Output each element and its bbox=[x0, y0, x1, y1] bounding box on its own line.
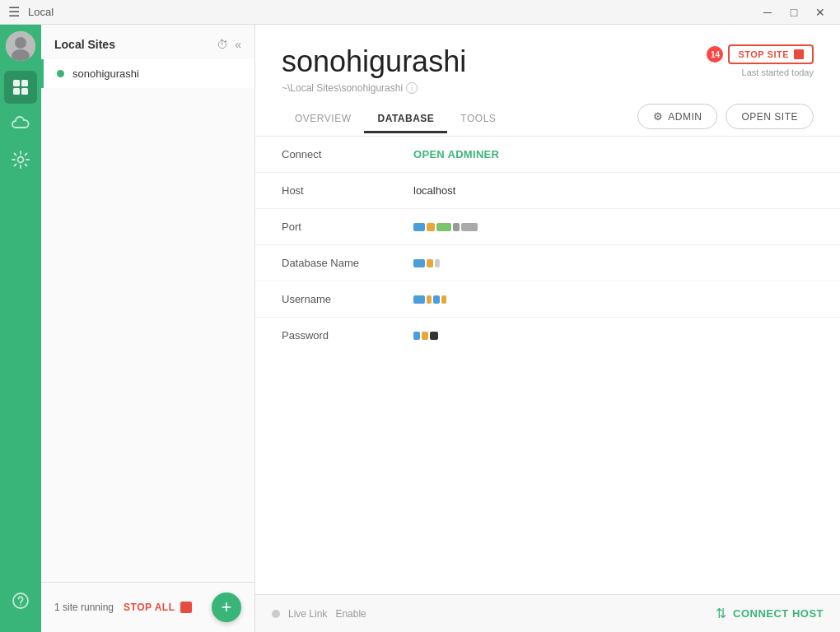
open-site-button[interactable]: OPEN SITE bbox=[726, 104, 814, 129]
tab-overview[interactable]: OVERVIEW bbox=[282, 106, 364, 133]
maximize-button[interactable]: □ bbox=[782, 3, 805, 21]
last-started-text: Last started today bbox=[742, 67, 814, 77]
collapse-icon[interactable]: « bbox=[235, 38, 241, 51]
tab-database[interactable]: DATABASE bbox=[364, 106, 447, 133]
sidebar-item-sites[interactable] bbox=[4, 71, 37, 104]
history-icon[interactable]: ⏱ bbox=[217, 38, 228, 51]
site-title: sonohigurashi bbox=[282, 44, 466, 79]
add-site-button[interactable]: + bbox=[212, 592, 241, 622]
enable-button[interactable]: Enable bbox=[335, 608, 366, 620]
stop-site-button[interactable]: STOP SITE bbox=[728, 44, 814, 64]
db-row-password: Password bbox=[255, 318, 840, 353]
db-value-password bbox=[413, 332, 438, 340]
sidebar-item-cloud[interactable] bbox=[4, 107, 37, 140]
tab-tools[interactable]: TOOLS bbox=[447, 106, 509, 133]
db-value-username bbox=[413, 295, 446, 304]
stop-site-square bbox=[794, 49, 804, 59]
svg-rect-5 bbox=[13, 88, 20, 95]
main-header-top: sonohigurashi 14 STOP SITE Last started … bbox=[282, 44, 814, 79]
svg-point-1 bbox=[15, 37, 26, 49]
tabs: OVERVIEW DATABASE TOOLS bbox=[282, 106, 509, 133]
db-row-connect: Connect OPEN ADMINER bbox=[255, 137, 840, 173]
path-info-icon[interactable]: i bbox=[406, 82, 418, 94]
site-item[interactable]: sonohigurashi bbox=[41, 59, 254, 88]
db-row-dbname: Database Name bbox=[255, 245, 840, 281]
close-button[interactable]: ✕ bbox=[809, 3, 832, 21]
site-path: ~\Local Sites\sonohigurashi i bbox=[282, 82, 814, 94]
admin-icon: ⚙ bbox=[653, 110, 664, 123]
window-controls: ─ □ ✕ bbox=[756, 3, 832, 21]
sites-header: Local Sites ⏱ « bbox=[41, 25, 254, 59]
db-value-dbname bbox=[413, 259, 440, 267]
db-label-dbname: Database Name bbox=[282, 257, 413, 269]
db-content: Connect OPEN ADMINER Host localhost Port… bbox=[255, 137, 840, 594]
svg-rect-3 bbox=[13, 80, 20, 86]
site-path-text: ~\Local Sites\sonohigurashi bbox=[282, 82, 403, 94]
db-row-port: Port bbox=[255, 209, 840, 245]
db-value-port bbox=[413, 223, 478, 231]
svg-point-7 bbox=[18, 157, 24, 163]
titlebar: ☰ Local ─ □ ✕ bbox=[0, 0, 840, 25]
sites-header-actions: ⏱ « bbox=[217, 38, 241, 51]
stop-all-area[interactable]: STOP ALL bbox=[124, 602, 191, 613]
stop-all-label: STOP ALL bbox=[124, 602, 175, 613]
live-link-label: Live Link bbox=[288, 608, 327, 620]
sites-panel: Local Sites ⏱ « sonohigurashi 1 site run… bbox=[41, 25, 255, 632]
svg-rect-4 bbox=[21, 80, 28, 86]
icon-sidebar bbox=[0, 25, 41, 632]
db-label-username: Username bbox=[282, 293, 413, 305]
site-name: sonohigurashi bbox=[72, 67, 139, 80]
sidebar-item-extensions[interactable] bbox=[4, 143, 37, 176]
admin-label: ADMIN bbox=[668, 111, 702, 123]
connect-host-label: CONNECT HOST bbox=[733, 607, 824, 620]
svg-rect-6 bbox=[21, 88, 28, 95]
db-label-connect: Connect bbox=[282, 148, 413, 160]
open-adminer-link[interactable]: OPEN ADMINER bbox=[413, 148, 499, 160]
titlebar-left: ☰ Local bbox=[8, 4, 54, 20]
connect-host-icon: ⇅ bbox=[716, 606, 726, 621]
svg-point-9 bbox=[20, 604, 21, 606]
minimize-button[interactable]: ─ bbox=[756, 3, 779, 21]
sites-panel-title: Local Sites bbox=[54, 38, 115, 51]
stop-all-square bbox=[180, 602, 192, 613]
admin-button[interactable]: ⚙ ADMIN bbox=[637, 104, 718, 129]
sidebar-item-help[interactable] bbox=[4, 584, 37, 617]
avatar[interactable] bbox=[6, 31, 35, 61]
notification-badge: 14 bbox=[707, 46, 723, 63]
main-header: sonohigurashi 14 STOP SITE Last started … bbox=[255, 25, 840, 137]
menu-icon[interactable]: ☰ bbox=[8, 4, 20, 20]
bottom-bar: Live Link Enable ⇅ CONNECT HOST bbox=[255, 594, 840, 632]
live-link-area: Live Link Enable bbox=[272, 608, 366, 620]
connect-host-area[interactable]: ⇅ CONNECT HOST bbox=[716, 606, 824, 621]
sites-running-count: 1 site running bbox=[54, 602, 114, 613]
tabs-and-actions: OVERVIEW DATABASE TOOLS ⚙ ADMIN OPEN SIT… bbox=[282, 104, 814, 136]
db-label-host: Host bbox=[282, 184, 413, 197]
db-row-host: Host localhost bbox=[255, 173, 840, 209]
svg-point-8 bbox=[13, 593, 28, 608]
stop-site-label: STOP SITE bbox=[738, 49, 789, 59]
site-status-dot bbox=[57, 70, 64, 77]
app-body: Local Sites ⏱ « sonohigurashi 1 site run… bbox=[0, 25, 840, 632]
live-link-dot bbox=[272, 610, 280, 618]
tab-actions: ⚙ ADMIN OPEN SITE bbox=[637, 104, 814, 136]
main-content: sonohigurashi 14 STOP SITE Last started … bbox=[255, 25, 840, 632]
db-value-host: localhost bbox=[413, 184, 455, 197]
sites-list: sonohigurashi bbox=[41, 59, 254, 582]
sites-footer: 1 site running STOP ALL + bbox=[41, 582, 254, 632]
db-label-password: Password bbox=[282, 329, 413, 342]
db-label-port: Port bbox=[282, 221, 413, 233]
app-title: Local bbox=[28, 6, 54, 18]
db-row-username: Username bbox=[255, 281, 840, 318]
sidebar-bottom bbox=[4, 584, 37, 625]
sidebar-top bbox=[4, 31, 37, 584]
